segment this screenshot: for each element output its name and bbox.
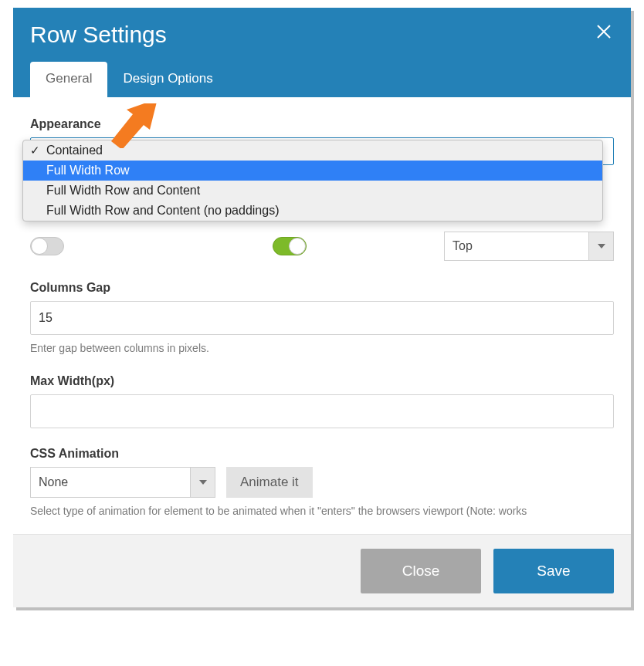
css-animation-value: None [31, 468, 190, 497]
columns-gap-input[interactable] [30, 301, 614, 335]
save-button[interactable]: Save [493, 549, 614, 593]
appearance-label: Appearance [30, 117, 614, 131]
toggle-2[interactable] [273, 237, 307, 255]
position-select[interactable]: Top [444, 232, 614, 261]
tab-design-options[interactable]: Design Options [107, 62, 228, 97]
close-icon[interactable] [591, 19, 617, 45]
modal-body: Appearance Contained Full Width Row Full… [13, 97, 631, 534]
chevron-down-icon [588, 232, 613, 260]
columns-gap-section: Columns Gap Enter gap between columns in… [30, 281, 614, 356]
tabs: General Design Options [30, 62, 614, 97]
toggle-1[interactable] [30, 237, 64, 255]
css-animation-label: CSS Animation [30, 447, 614, 461]
css-animation-section: CSS Animation None Animate it Select typ… [30, 447, 614, 519]
modal-header: Row Settings General Design Options [13, 8, 631, 97]
columns-gap-help: Enter gap between columns in pixels. [30, 341, 614, 356]
modal-title: Row Settings [30, 22, 614, 48]
chevron-down-icon [190, 468, 215, 497]
close-button[interactable]: Close [361, 549, 481, 593]
css-animation-select[interactable]: None [30, 467, 215, 498]
tab-general[interactable]: General [30, 62, 107, 97]
appearance-dropdown[interactable]: Contained Full Width Row Full Width Row … [22, 140, 603, 221]
position-select-value: Top [445, 232, 588, 260]
max-width-section: Max Width(px) [30, 374, 614, 428]
appearance-option-contained[interactable]: Contained [23, 140, 602, 161]
columns-gap-label: Columns Gap [30, 281, 614, 295]
appearance-option-full-width-row-content[interactable]: Full Width Row and Content [23, 181, 602, 201]
modal-footer: Close Save [13, 534, 631, 607]
animate-it-button[interactable]: Animate it [226, 467, 313, 498]
appearance-option-full-width-row[interactable]: Full Width Row [23, 161, 602, 181]
max-width-input[interactable] [30, 394, 614, 428]
toggles-row: Top [30, 232, 614, 261]
row-settings-modal: Row Settings General Design Options Appe… [13, 8, 631, 607]
css-animation-help: Select type of animation for element to … [30, 504, 614, 519]
max-width-label: Max Width(px) [30, 374, 614, 388]
appearance-option-full-width-row-content-nopad[interactable]: Full Width Row and Content (no paddings) [23, 201, 602, 221]
